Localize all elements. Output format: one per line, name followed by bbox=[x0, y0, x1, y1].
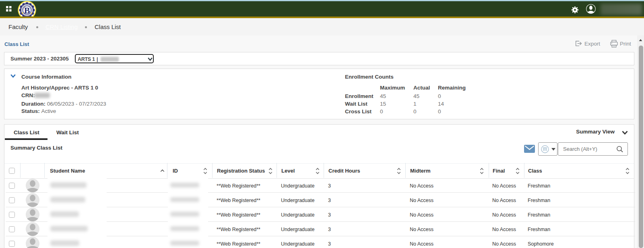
svg-text:B: B bbox=[24, 5, 30, 15]
